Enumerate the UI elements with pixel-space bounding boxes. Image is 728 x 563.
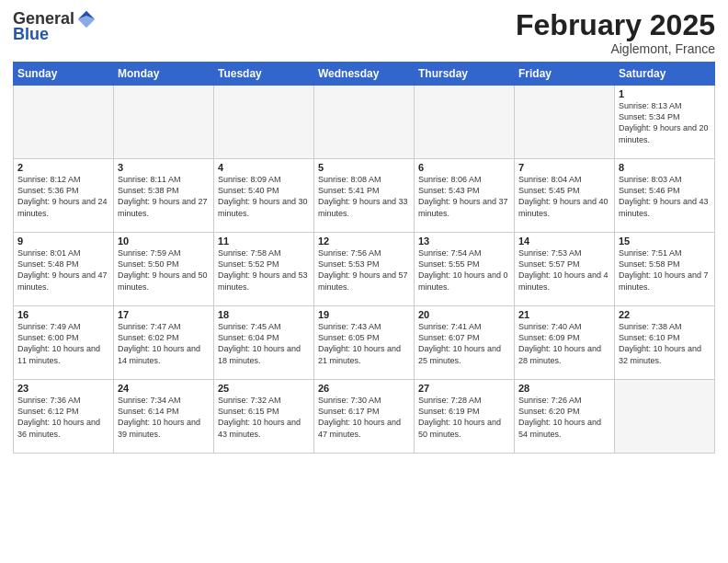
table-row: 3Sunrise: 8:11 AM Sunset: 5:38 PM Daylig… [114, 159, 214, 233]
day-number: 25 [218, 383, 310, 394]
col-sunday: Sunday [14, 63, 114, 86]
table-row [515, 86, 615, 159]
day-info: Sunrise: 8:11 AM Sunset: 5:38 PM Dayligh… [118, 174, 210, 219]
calendar-header-row: Sunday Monday Tuesday Wednesday Thursday… [14, 63, 715, 86]
day-number: 26 [318, 383, 410, 394]
day-info: Sunrise: 7:54 AM Sunset: 5:55 PM Dayligh… [418, 247, 510, 293]
day-info: Sunrise: 7:49 AM Sunset: 6:00 PM Dayligh… [17, 321, 109, 366]
table-row: 11Sunrise: 7:58 AM Sunset: 5:52 PM Dayli… [214, 233, 314, 306]
day-number: 16 [17, 309, 109, 320]
table-row: 2Sunrise: 8:12 AM Sunset: 5:36 PM Daylig… [14, 159, 114, 233]
day-info: Sunrise: 7:34 AM Sunset: 6:14 PM Dayligh… [118, 395, 210, 440]
col-thursday: Thursday [415, 63, 515, 86]
table-row: 14Sunrise: 7:53 AM Sunset: 5:57 PM Dayli… [515, 233, 615, 306]
col-friday: Friday [515, 63, 615, 86]
table-row: 25Sunrise: 7:32 AM Sunset: 6:15 PM Dayli… [214, 380, 314, 454]
header-row: General Blue February 2025 Aiglemont, Fr… [13, 9, 715, 56]
table-row: 20Sunrise: 7:41 AM Sunset: 6:07 PM Dayli… [415, 306, 515, 380]
day-info: Sunrise: 7:36 AM Sunset: 6:12 PM Dayligh… [17, 395, 109, 440]
day-info: Sunrise: 7:41 AM Sunset: 6:07 PM Dayligh… [418, 321, 510, 366]
table-row: 16Sunrise: 7:49 AM Sunset: 6:00 PM Dayli… [14, 306, 114, 380]
col-tuesday: Tuesday [214, 63, 314, 86]
day-number: 22 [619, 309, 711, 320]
day-number: 9 [17, 236, 109, 247]
day-number: 23 [17, 383, 109, 394]
day-number: 27 [418, 383, 510, 394]
day-info: Sunrise: 7:58 AM Sunset: 5:52 PM Dayligh… [218, 247, 310, 293]
calendar-body: 1Sunrise: 8:13 AM Sunset: 5:34 PM Daylig… [14, 86, 715, 454]
calendar-week-row: 16Sunrise: 7:49 AM Sunset: 6:00 PM Dayli… [14, 306, 715, 380]
col-wednesday: Wednesday [314, 63, 415, 86]
table-row: 17Sunrise: 7:47 AM Sunset: 6:02 PM Dayli… [114, 306, 214, 380]
day-info: Sunrise: 8:13 AM Sunset: 5:34 PM Dayligh… [619, 100, 711, 145]
table-row: 13Sunrise: 7:54 AM Sunset: 5:55 PM Dayli… [415, 233, 515, 306]
table-row: 1Sunrise: 8:13 AM Sunset: 5:34 PM Daylig… [615, 86, 715, 159]
table-row: 19Sunrise: 7:43 AM Sunset: 6:05 PM Dayli… [314, 306, 415, 380]
day-info: Sunrise: 7:30 AM Sunset: 6:17 PM Dayligh… [318, 395, 410, 440]
table-row [415, 86, 515, 159]
day-number: 20 [418, 309, 510, 320]
table-row: 15Sunrise: 7:51 AM Sunset: 5:58 PM Dayli… [615, 233, 715, 306]
table-row: 8Sunrise: 8:03 AM Sunset: 5:46 PM Daylig… [615, 159, 715, 233]
table-row: 4Sunrise: 8:09 AM Sunset: 5:40 PM Daylig… [214, 159, 314, 233]
table-row [615, 380, 715, 454]
table-row: 21Sunrise: 7:40 AM Sunset: 6:09 PM Dayli… [515, 306, 615, 380]
table-row [14, 86, 114, 159]
day-info: Sunrise: 7:56 AM Sunset: 5:53 PM Dayligh… [318, 247, 410, 293]
location: Aiglemont, France [516, 41, 715, 56]
day-number: 11 [218, 236, 310, 247]
day-info: Sunrise: 8:01 AM Sunset: 5:48 PM Dayligh… [17, 247, 109, 293]
table-row: 6Sunrise: 8:06 AM Sunset: 5:43 PM Daylig… [415, 159, 515, 233]
day-number: 24 [118, 383, 210, 394]
logo-blue: Blue [13, 26, 49, 44]
day-number: 28 [518, 383, 610, 394]
day-info: Sunrise: 7:28 AM Sunset: 6:19 PM Dayligh… [418, 395, 510, 440]
logo-icon [76, 9, 97, 29]
day-info: Sunrise: 7:38 AM Sunset: 6:10 PM Dayligh… [619, 321, 711, 366]
calendar-week-row: 23Sunrise: 7:36 AM Sunset: 6:12 PM Dayli… [14, 380, 715, 454]
day-number: 15 [619, 236, 711, 247]
calendar-week-row: 2Sunrise: 8:12 AM Sunset: 5:36 PM Daylig… [14, 159, 715, 233]
day-info: Sunrise: 7:59 AM Sunset: 5:50 PM Dayligh… [118, 247, 210, 293]
day-number: 19 [318, 309, 410, 320]
table-row: 12Sunrise: 7:56 AM Sunset: 5:53 PM Dayli… [314, 233, 415, 306]
table-row: 22Sunrise: 7:38 AM Sunset: 6:10 PM Dayli… [615, 306, 715, 380]
logo: General Blue [13, 9, 97, 44]
day-info: Sunrise: 8:03 AM Sunset: 5:46 PM Dayligh… [619, 174, 711, 219]
calendar-week-row: 9Sunrise: 8:01 AM Sunset: 5:48 PM Daylig… [14, 233, 715, 306]
table-row: 28Sunrise: 7:26 AM Sunset: 6:20 PM Dayli… [515, 380, 615, 454]
col-saturday: Saturday [615, 63, 715, 86]
day-number: 8 [619, 162, 711, 173]
table-row: 5Sunrise: 8:08 AM Sunset: 5:41 PM Daylig… [314, 159, 415, 233]
calendar-table: Sunday Monday Tuesday Wednesday Thursday… [13, 62, 715, 454]
day-number: 10 [118, 236, 210, 247]
day-number: 4 [218, 162, 310, 173]
table-row: 9Sunrise: 8:01 AM Sunset: 5:48 PM Daylig… [14, 233, 114, 306]
month-title: February 2025 [516, 9, 715, 41]
day-info: Sunrise: 8:04 AM Sunset: 5:45 PM Dayligh… [518, 174, 610, 219]
day-info: Sunrise: 7:45 AM Sunset: 6:04 PM Dayligh… [218, 321, 310, 366]
day-number: 2 [17, 162, 109, 173]
page-container: General Blue February 2025 Aiglemont, Fr… [0, 0, 728, 563]
table-row: 18Sunrise: 7:45 AM Sunset: 6:04 PM Dayli… [214, 306, 314, 380]
day-number: 6 [418, 162, 510, 173]
day-number: 13 [418, 236, 510, 247]
table-row: 7Sunrise: 8:04 AM Sunset: 5:45 PM Daylig… [515, 159, 615, 233]
day-info: Sunrise: 8:08 AM Sunset: 5:41 PM Dayligh… [318, 174, 410, 219]
day-info: Sunrise: 7:47 AM Sunset: 6:02 PM Dayligh… [118, 321, 210, 366]
col-monday: Monday [114, 63, 214, 86]
table-row [314, 86, 415, 159]
table-row: 26Sunrise: 7:30 AM Sunset: 6:17 PM Dayli… [314, 380, 415, 454]
day-number: 1 [619, 88, 711, 99]
day-number: 17 [118, 309, 210, 320]
day-info: Sunrise: 8:12 AM Sunset: 5:36 PM Dayligh… [17, 174, 109, 219]
title-block: February 2025 Aiglemont, France [516, 9, 715, 56]
day-number: 5 [318, 162, 410, 173]
day-info: Sunrise: 7:43 AM Sunset: 6:05 PM Dayligh… [318, 321, 410, 366]
table-row [114, 86, 214, 159]
day-number: 21 [518, 309, 610, 320]
day-info: Sunrise: 7:53 AM Sunset: 5:57 PM Dayligh… [518, 247, 610, 293]
table-row: 27Sunrise: 7:28 AM Sunset: 6:19 PM Dayli… [415, 380, 515, 454]
table-row: 23Sunrise: 7:36 AM Sunset: 6:12 PM Dayli… [14, 380, 114, 454]
table-row [214, 86, 314, 159]
